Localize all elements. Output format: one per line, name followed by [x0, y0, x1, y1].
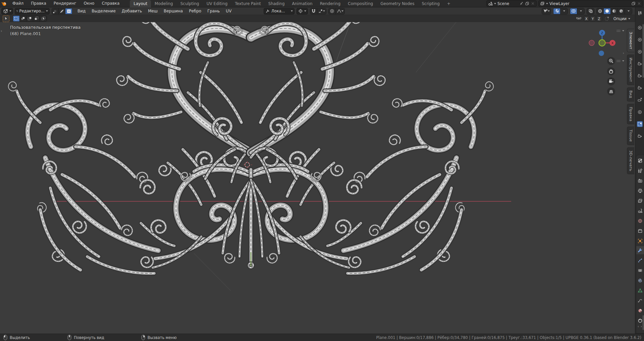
properties-tab-particles[interactable]: [637, 258, 643, 263]
gizmos-toggle[interactable]: [553, 8, 560, 14]
viewport-3d[interactable]: Пользовательская перспектива (68) Plane.…: [0, 22, 635, 334]
tab-modeling[interactable]: Modeling: [151, 0, 177, 7]
sidebar-tab-edit[interactable]: Правка: [627, 104, 634, 125]
properties-tab-render[interactable]: [637, 178, 643, 184]
proportional-falloff[interactable]: [336, 8, 344, 14]
properties-tab-world[interactable]: [637, 218, 643, 224]
properties-tab-data[interactable]: [637, 288, 643, 293]
view-layer-selector[interactable]: ViewLayer: [538, 0, 643, 7]
shading-wireframe-button[interactable]: [597, 8, 604, 14]
tab-sculpting[interactable]: Sculpting: [177, 0, 203, 7]
mirror-z-button[interactable]: Z: [596, 16, 602, 21]
menu-render[interactable]: Рендеринг: [50, 0, 80, 7]
pin-icon[interactable]: [519, 1, 524, 6]
properties-tab-scene[interactable]: [637, 208, 643, 214]
tab-geometry-nodes[interactable]: Geometry Nodes: [377, 0, 418, 7]
gizmo-y-axis[interactable]: [599, 40, 605, 46]
close-icon[interactable]: [637, 1, 641, 6]
select-set-button[interactable]: [13, 16, 20, 21]
properties-tab-material[interactable]: [637, 308, 643, 314]
properties-tab-object[interactable]: [637, 238, 643, 244]
menu-view[interactable]: Вид: [74, 8, 89, 15]
outliner-scrollbar[interactable]: [643, 24, 644, 78]
properties-tab-modifiers[interactable]: [637, 248, 643, 253]
navigation-gizmo[interactable]: Z X: [584, 25, 621, 115]
outliner-selected-item[interactable]: [637, 121, 643, 127]
mirror-x-button[interactable]: X: [584, 16, 589, 21]
snap-projection-icon[interactable]: [604, 16, 609, 21]
sidebar-tab-3dprint[interactable]: 3D-печать: [627, 147, 634, 174]
outliner-camera-icon[interactable]: [637, 61, 643, 67]
mirror-y-button[interactable]: Y: [590, 16, 596, 21]
close-icon[interactable]: [531, 1, 535, 6]
tab-uv-editing[interactable]: UV Editing: [203, 0, 231, 7]
shading-rendered-button[interactable]: [618, 8, 625, 14]
tab-rendering[interactable]: Rendering: [316, 0, 344, 7]
menu-edge[interactable]: Ребро: [186, 8, 204, 15]
options-dropdown[interactable]: Опции: [611, 16, 632, 21]
mirror-icon[interactable]: [576, 16, 582, 21]
snap-settings[interactable]: [317, 8, 326, 14]
copy-icon[interactable]: [631, 1, 636, 6]
properties-tab-tool[interactable]: [637, 168, 643, 174]
properties-scrollbar[interactable]: [643, 315, 644, 330]
outliner-object-icon[interactable]: [637, 109, 643, 115]
select-new-button[interactable]: [20, 16, 26, 21]
xray-toggle[interactable]: [587, 8, 594, 14]
properties-tab-view-layer[interactable]: [637, 198, 643, 204]
panel-handle[interactable]: ›: [623, 51, 624, 55]
toolbar-expand-icon[interactable]: ›: [1, 29, 2, 33]
copy-icon[interactable]: [525, 1, 529, 6]
tab-scripting[interactable]: Scripting: [418, 0, 443, 7]
outliner-object-icon[interactable]: [637, 37, 643, 43]
chevron-left-icon[interactable]: ‹: [638, 325, 639, 328]
select-subtract-button[interactable]: [33, 16, 40, 21]
menu-vertex[interactable]: Вершина: [161, 8, 186, 15]
outliner-camera-icon[interactable]: [637, 133, 643, 139]
menu-window[interactable]: Окно: [80, 0, 98, 7]
select-extend-button[interactable]: [26, 16, 33, 21]
mode-selector[interactable]: Редактиро...: [15, 8, 50, 14]
outliner-camera-muted-icon[interactable]: [637, 97, 643, 103]
proportional-edit-toggle[interactable]: [329, 8, 336, 14]
select-mode-edge-button[interactable]: [59, 8, 65, 14]
properties-tab-shapekeys[interactable]: [637, 298, 643, 303]
shading-solid-button[interactable]: [604, 8, 611, 14]
properties-tab-texture[interactable]: [637, 318, 643, 324]
snap-toggle[interactable]: [310, 8, 317, 14]
properties-toggle-icon[interactable]: [637, 158, 643, 163]
menu-edit[interactable]: Правка: [27, 0, 50, 7]
properties-tab-physics[interactable]: [637, 268, 643, 273]
active-tool-button[interactable]: [3, 15, 9, 22]
overlays-dropdown[interactable]: [577, 8, 584, 14]
add-workspace-button[interactable]: +: [443, 0, 454, 7]
chevron-right-icon[interactable]: ›: [641, 325, 642, 328]
blender-logo-icon[interactable]: [0, 1, 9, 6]
menu-face[interactable]: Грань: [204, 8, 223, 15]
gizmos-dropdown[interactable]: [560, 8, 568, 14]
select-mode-face-button[interactable]: [65, 8, 72, 14]
sidebar-tab-view[interactable]: Вид: [627, 87, 634, 101]
pivot-point-selector[interactable]: [297, 8, 308, 14]
properties-tab-collection[interactable]: [637, 228, 643, 234]
gizmo-x-neg-axis[interactable]: [589, 40, 594, 46]
menu-help[interactable]: Справка: [98, 0, 123, 7]
sidebar-tab-tissue[interactable]: Tissue: [627, 127, 634, 145]
shading-material-button[interactable]: [611, 8, 618, 14]
select-intersect-button[interactable]: [40, 16, 47, 21]
tab-compositing[interactable]: Compositing: [344, 0, 377, 7]
menu-mesh[interactable]: Меш: [145, 8, 161, 15]
editor-type-selector[interactable]: [1, 8, 13, 14]
select-mode-vertex-button[interactable]: [52, 8, 59, 14]
outliner-camera-icon[interactable]: [637, 85, 643, 91]
shading-dropdown[interactable]: [625, 8, 632, 14]
sidebar-tab-item[interactable]: Элемент: [627, 29, 634, 52]
outliner-object-icon[interactable]: [637, 25, 643, 30]
menu-add[interactable]: Добавить: [119, 8, 145, 15]
tab-shading[interactable]: Shading: [265, 0, 288, 7]
menu-select[interactable]: Выделение: [89, 8, 118, 15]
menu-file[interactable]: Файл: [9, 0, 27, 7]
gizmo-z-neg-axis[interactable]: [599, 51, 604, 56]
scene-selector[interactable]: Scene: [486, 0, 537, 7]
transform-orientation-selector[interactable]: Лока...: [264, 8, 294, 14]
